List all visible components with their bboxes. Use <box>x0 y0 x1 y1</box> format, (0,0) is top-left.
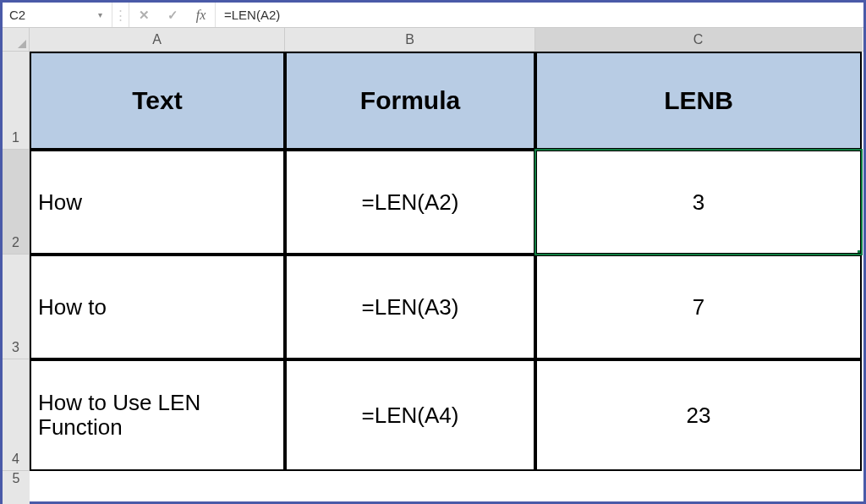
column-headers: A B C <box>30 28 863 52</box>
app-frame: C2 ▾ ⋮ ✕ ✓ fx =LEN(A2) A B C 1 2 3 4 5 T… <box>0 0 866 504</box>
fx-button[interactable]: fx <box>187 3 216 27</box>
row-header-5[interactable]: 5 <box>3 471 30 504</box>
selection-fill-handle[interactable] <box>858 250 862 255</box>
cell-C3[interactable]: 7 <box>535 255 862 359</box>
cell-B3[interactable]: =LEN(A3) <box>285 255 535 359</box>
cell-A1[interactable]: Text <box>30 52 285 150</box>
col-header-A[interactable]: A <box>30 28 285 51</box>
row-header-1[interactable]: 1 <box>3 52 29 150</box>
formula-bar: C2 ▾ ⋮ ✕ ✓ fx =LEN(A2) <box>3 3 863 28</box>
cancel-button[interactable]: ✕ <box>129 3 158 27</box>
formula-input[interactable]: =LEN(A2) <box>216 3 863 27</box>
spreadsheet-grid: A B C 1 2 3 4 5 Text Formula LENB How =L… <box>3 28 863 501</box>
cell-A3[interactable]: How to <box>30 255 285 359</box>
cell-B2[interactable]: =LEN(A2) <box>285 150 535 255</box>
cell-C1[interactable]: LENB <box>535 52 862 150</box>
cell-B4[interactable]: =LEN(A4) <box>285 359 535 471</box>
cells-area: Text Formula LENB How =LEN(A2) 3 How to … <box>30 52 863 501</box>
cell-A2[interactable]: How <box>30 150 285 255</box>
row-header-2[interactable]: 2 <box>3 150 29 255</box>
col-header-B[interactable]: B <box>285 28 535 51</box>
cell-B1[interactable]: Formula <box>285 52 535 150</box>
row-header-4[interactable]: 4 <box>3 359 29 471</box>
cell-A4[interactable]: How to Use LEN Function <box>30 359 285 471</box>
name-box-dropdown-icon[interactable]: ▾ <box>96 10 105 19</box>
name-box-container[interactable]: C2 ▾ <box>3 3 112 27</box>
row-header-3[interactable]: 3 <box>3 255 29 359</box>
cell-C4[interactable]: 23 <box>535 359 862 471</box>
col-header-C[interactable]: C <box>535 28 862 51</box>
fb-separator: ⋮ <box>112 3 129 27</box>
cell-C2[interactable]: 3 <box>535 150 862 255</box>
select-all-corner[interactable] <box>3 28 30 52</box>
name-box[interactable]: C2 <box>9 8 96 22</box>
row-headers: 1 2 3 4 5 <box>3 52 30 501</box>
enter-button[interactable]: ✓ <box>158 3 187 27</box>
